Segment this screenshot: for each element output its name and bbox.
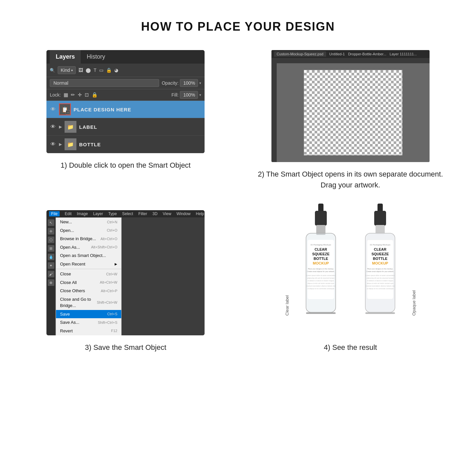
svg-text:BOTTLE: BOTTLE: [314, 257, 328, 261]
svg-text:SQUEEZE: SQUEEZE: [371, 252, 389, 256]
svg-text:Lorem ipsum dolor sit amet con: Lorem ipsum dolor sit amet consectetur: [306, 274, 335, 276]
svg-text:Lorem ipsum dolor sit amet con: Lorem ipsum dolor sit amet consectetur: [366, 274, 395, 276]
svg-text:BOTTLE: BOTTLE: [373, 257, 387, 261]
opaque-bottle-svg: 01 Packaging Mockups CLEAR SQUEEZE BOTTL…: [354, 204, 406, 329]
menu-edit[interactable]: Edit: [65, 211, 72, 216]
layer-thumb-2: 📁: [65, 121, 76, 133]
history-tab[interactable]: History: [81, 50, 111, 64]
fill-control: Fill: 100% ▾: [171, 91, 201, 99]
svg-text:nostrud exercitation ullamco l: nostrud exercitation ullamco laboris nis…: [306, 285, 335, 287]
layers-list: 👁 📋 ⊡ PLACE DESIGN HERE 👁 ▶ 📁: [46, 101, 205, 153]
step-3-image: File Edit Image Layer Type Select Filter…: [26, 210, 225, 335]
svg-text:incididunt ut labore et dolore: incididunt ut labore et dolore magna: [308, 280, 334, 282]
svg-text:aliqua ut enim ad minim veniam: aliqua ut enim ad minim veniam quis: [367, 282, 393, 284]
tool-lasso[interactable]: ⬡: [48, 237, 54, 243]
menu-item-close-all[interactable]: Close AllAlt+Ctrl+W: [56, 278, 121, 287]
doc-tab-2: Untitled-1: [329, 52, 345, 56]
menu-select[interactable]: Select: [122, 211, 133, 216]
icon-text: T: [94, 68, 97, 73]
step-1-image: Layers History 🔍 Kind ▾ 🖼 ⬤ T ▭ 🔒 ◕: [26, 50, 225, 153]
opacity-label: Opacity:: [162, 80, 179, 86]
step-4-image: Clear label 01 Packaging Mockups: [251, 210, 450, 335]
tool-crop[interactable]: ⊞: [48, 245, 54, 252]
menu-item-open-recent[interactable]: Open Recent▶: [56, 260, 121, 268]
kind-dropdown[interactable]: Kind ▾: [58, 66, 76, 74]
page-title: HOW TO PLACE YOUR DESIGN: [26, 20, 450, 34]
layer-label[interactable]: 👁 ▶ 📁 LABEL: [46, 118, 205, 136]
svg-text:nostrud exercitation ullamco l: nostrud exercitation ullamco laboris nis…: [366, 285, 394, 287]
svg-text:MOCKUP: MOCKUP: [372, 261, 388, 265]
menu-file[interactable]: File: [49, 211, 59, 216]
layer-place-design[interactable]: 👁 📋 ⊡ PLACE DESIGN HERE: [46, 101, 205, 118]
clear-label-text: Clear label: [285, 295, 290, 316]
svg-text:aliqua ut enim ad minim veniam: aliqua ut enim ad minim veniam quis: [307, 282, 334, 284]
ps-content-area: New...Ctrl+N Open...Ctrl+O Browse in Bri…: [56, 217, 205, 335]
menu-item-close-bridge[interactable]: Close and Go to Bridge...Shift+Ctrl+W: [56, 295, 121, 310]
fill-label: Fill:: [171, 92, 179, 98]
lock-icon-pixels[interactable]: ▦: [64, 92, 68, 98]
layer-visibility-3[interactable]: 👁: [50, 141, 56, 148]
step-4-label: 4) See the result: [324, 342, 377, 353]
menu-item-open-smart[interactable]: Open as Smart Object...: [56, 251, 121, 260]
tool-stamp[interactable]: ⊕: [48, 279, 54, 286]
menu-item-close-others[interactable]: Close OthersAlt+Ctrl+P: [56, 287, 121, 295]
tool-dropper[interactable]: 💧: [48, 254, 54, 260]
menu-type[interactable]: Type: [108, 211, 117, 216]
tool-move[interactable]: ✛: [48, 228, 54, 235]
ps-kind-row: 🔍 Kind ▾ 🖼 ⬤ T ▭ 🔒 ◕: [46, 64, 205, 77]
layer-visibility-1[interactable]: 👁: [50, 106, 56, 113]
tool-heal[interactable]: ✦: [48, 262, 54, 269]
layer-name-2: LABEL: [79, 124, 97, 130]
menu-item-save-as[interactable]: Save As...Shift+Ctrl+S: [56, 318, 121, 327]
lock-icon-brush[interactable]: ✏: [71, 92, 75, 98]
smart-object-canvas: [304, 70, 403, 155]
opacity-control: Opacity: 100% ▾: [162, 79, 201, 87]
svg-rect-0: [318, 204, 323, 212]
lock-icon-move[interactable]: ✛: [78, 92, 82, 98]
menu-item-new[interactable]: New...Ctrl+N: [56, 218, 121, 226]
menu-filter[interactable]: Filter: [138, 211, 147, 216]
step-3-label: 3) Save the Smart Object: [85, 342, 166, 353]
layers-panel: Layers History 🔍 Kind ▾ 🖼 ⬤ T ▭ 🔒 ◕: [46, 50, 205, 153]
opacity-value[interactable]: 100%: [180, 79, 198, 87]
menu-item-open-as[interactable]: Open As...Alt+Shift+Ctrl+O: [56, 243, 121, 252]
svg-text:Create smart objects for your : Create smart objects for your artwork.: [366, 270, 394, 272]
doc-tab-4: Layer 1111111...: [390, 52, 417, 56]
tool-select[interactable]: ↖: [48, 219, 54, 226]
menu-window[interactable]: Window: [177, 211, 191, 216]
blend-opacity-row: Normal Opacity: 100% ▾: [46, 77, 205, 89]
step-2-image: Custom-Mockup-Squeez.psd Untitled-1 Drop…: [251, 50, 450, 162]
menu-image[interactable]: Image: [77, 211, 88, 216]
layers-tab[interactable]: Layers: [50, 50, 81, 64]
menu-item-open[interactable]: Open...Ctrl+O: [56, 226, 121, 235]
menu-item-revert[interactable]: RevertF12: [56, 327, 121, 335]
blend-mode-dropdown[interactable]: Normal: [50, 79, 159, 87]
menu-view[interactable]: View: [163, 211, 171, 216]
ps-tool-sidebar: ↖ ✛ ⬡ ⊞ 💧 ✦ 🖌 ⊕: [46, 217, 56, 335]
layer-visibility-2[interactable]: 👁: [50, 124, 56, 130]
menu-help[interactable]: Help: [196, 211, 204, 216]
tool-brush[interactable]: 🖌: [48, 271, 54, 277]
doc-tab-1: Custom-Mockup-Squeez.psd: [274, 51, 326, 57]
menu-item-save[interactable]: SaveCtrl+S: [56, 310, 121, 319]
file-dropdown-menu: New...Ctrl+N Open...Ctrl+O Browse in Bri…: [56, 217, 122, 335]
fill-value[interactable]: 100%: [180, 91, 198, 99]
layer-bottle[interactable]: 👁 ▶ 📁 BOTTLE: [46, 136, 205, 153]
menu-3d[interactable]: 3D: [153, 211, 157, 216]
layer-name-3: BOTTLE: [79, 142, 101, 147]
lock-icon-all[interactable]: 🔒: [92, 92, 98, 98]
menu-sep-1: [56, 269, 121, 269]
menu-item-close[interactable]: CloseCtrl+W: [56, 270, 121, 278]
svg-rect-1: [315, 211, 327, 226]
step-2-label: 2) The Smart Object opens in its own sep…: [251, 169, 450, 190]
ps-menu-body: ↖ ✛ ⬡ ⊞ 💧 ✦ 🖌 ⊕ New...Ct: [46, 217, 205, 335]
ps-file-menu-window: File Edit Image Layer Type Select Filter…: [46, 210, 205, 335]
ps-document: Custom-Mockup-Squeez.psd Untitled-1 Drop…: [271, 50, 430, 162]
layer-arrow-2[interactable]: ▶: [59, 125, 62, 129]
menu-item-browse-bridge[interactable]: Browse in Bridge...Alt+Ctrl+O: [56, 235, 121, 243]
lock-icon-artboard[interactable]: ⊡: [85, 92, 89, 98]
layer-name-1: PLACE DESIGN HERE: [73, 107, 131, 112]
layer-arrow-3[interactable]: ▶: [59, 142, 62, 147]
svg-rect-37: [365, 312, 395, 314]
menu-layer[interactable]: Layer: [93, 211, 103, 216]
